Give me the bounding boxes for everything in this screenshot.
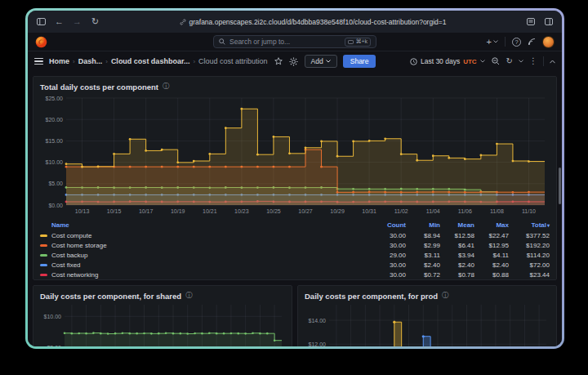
legend-value: $377.52 — [509, 232, 550, 239]
help-icon[interactable]: ? — [512, 38, 521, 47]
search-input[interactable]: Search or jump to... ⌘+k — [213, 35, 376, 48]
reader-icon[interactable] — [525, 16, 536, 27]
star-icon[interactable] — [274, 56, 283, 66]
legend-row: Cost backup29.00$3.11$3.94$4.11$114.20 — [40, 250, 550, 260]
breadcrumb-home[interactable]: Home — [49, 57, 69, 65]
legend-value: $12.95 — [474, 242, 509, 249]
legend-value: $23.44 — [509, 271, 550, 279]
zoom-out-icon[interactable] — [491, 56, 501, 66]
legend-value: $72.00 — [509, 261, 550, 269]
series-name[interactable]: Cost fixed — [51, 261, 81, 269]
reload-icon[interactable]: ↻ — [90, 16, 100, 27]
legend-value: $4.11 — [474, 252, 509, 259]
legend-col-header[interactable]: Count — [372, 221, 406, 229]
legend-rows: Cost compute30.00$8.94$12.58$22.47$377.5… — [40, 230, 550, 279]
menu-icon[interactable] — [34, 58, 43, 65]
legend-value: $0.88 — [474, 271, 509, 279]
svg-text:$10.00: $10.00 — [44, 314, 62, 319]
time-series-chart[interactable]: $10.00$8.00 — [40, 302, 285, 346]
legend-value: $3.94 — [440, 252, 474, 259]
legend-row: Cost home storage30.00$2.99$6.41$12.95$1… — [40, 240, 550, 250]
series-name[interactable]: Cost backup — [51, 252, 87, 259]
svg-text:$5.00: $5.00 — [48, 181, 63, 186]
back-icon[interactable]: ← — [54, 16, 65, 27]
dashboard-canvas: Total daily costs per component ⓘ 10/131… — [28, 71, 562, 346]
dashboard-scrollbar[interactable] — [559, 167, 561, 204]
grafana-logo-icon[interactable] — [35, 36, 47, 48]
new-menu-button[interactable]: + — [487, 37, 498, 47]
series-color-swatch — [40, 254, 47, 257]
collapse-chevron-up-icon[interactable] — [550, 60, 555, 64]
series-name[interactable]: Cost compute — [51, 232, 91, 239]
info-icon[interactable]: ⓘ — [185, 291, 193, 301]
dashboard-toolbar: Home › Dash... › Cloud cost dashboar... … — [28, 51, 562, 71]
svg-text:$10.00: $10.00 — [46, 159, 64, 165]
svg-text:11/06: 11/06 — [458, 208, 472, 214]
legend-value: $0.78 — [440, 271, 474, 279]
legend-col-header[interactable]: Total▾ — [509, 221, 550, 229]
legend-value: 30.00 — [372, 232, 406, 239]
legend-col-header[interactable]: Max — [474, 221, 509, 229]
legend-col-header[interactable]: Name — [40, 221, 372, 229]
legend-value: 29.00 — [372, 252, 406, 259]
add-button[interactable]: Add — [305, 55, 337, 68]
legend-row: Cost compute30.00$8.94$12.58$22.47$377.5… — [40, 230, 550, 240]
time-series-chart[interactable]: $14.00$12.00 — [305, 302, 550, 346]
forward-icon[interactable]: → — [72, 16, 82, 27]
panel-header[interactable]: Total daily costs per component ⓘ — [40, 80, 550, 93]
time-range-picker[interactable]: Last 30 days UTC — [410, 57, 485, 65]
sort-desc-icon: ▾ — [547, 223, 550, 228]
url-text: grafana.openscapes.2i2c.cloud/d/b4dbba93… — [189, 18, 447, 26]
refresh-icon[interactable]: ↻ — [506, 57, 513, 65]
legend-col-header[interactable]: Min — [406, 221, 440, 229]
series-color-swatch — [40, 274, 47, 276]
svg-text:10/21: 10/21 — [203, 208, 217, 214]
refresh-interval-chevron-icon[interactable] — [519, 60, 523, 63]
plus-icon: + — [487, 37, 492, 47]
svg-text:10/25: 10/25 — [266, 208, 281, 214]
legend-col-header[interactable]: Mean — [440, 221, 474, 229]
svg-text:$20.00: $20.00 — [46, 117, 64, 123]
legend-value: $6.41 — [440, 242, 474, 249]
link-icon — [180, 19, 186, 25]
info-icon[interactable]: ⓘ — [163, 82, 170, 92]
news-icon[interactable] — [528, 34, 536, 49]
chevron-down-icon — [326, 60, 331, 63]
svg-text:10/27: 10/27 — [298, 208, 313, 214]
timezone-label: UTC — [463, 58, 476, 65]
breadcrumb: Home › Dash... › Cloud cost dashboar... … — [49, 57, 268, 65]
svg-text:$0.00: $0.00 — [48, 203, 63, 208]
address-bar[interactable]: grafana.openscapes.2i2c.cloud/d/b4dbba93… — [108, 18, 518, 26]
legend-row: Cost fixed30.00$2.40$2.40$2.40$72.00 — [40, 260, 550, 270]
panel-header[interactable]: Daily costs per component, for prod ⓘ — [305, 289, 550, 302]
series-name[interactable]: Cost home storage — [51, 242, 107, 249]
user-avatar[interactable] — [542, 36, 555, 48]
legend-value: $22.47 — [474, 232, 509, 239]
svg-text:11/10: 11/10 — [522, 208, 536, 214]
search-icon — [219, 38, 225, 45]
sidebar-icon[interactable] — [36, 16, 47, 27]
desktop-background: ← → ↻ grafana.openscapes.2i2c.cloud/d/b4… — [0, 0, 588, 375]
series-name[interactable]: Cost networking — [51, 271, 98, 279]
svg-text:11/08: 11/08 — [490, 208, 504, 214]
breadcrumb-dashboards[interactable]: Dash... — [78, 57, 103, 65]
legend-value: $0.72 — [406, 271, 440, 279]
svg-text:10/29: 10/29 — [330, 208, 345, 214]
search-shortcut-badge: ⌘+k — [345, 38, 371, 47]
grafana-top-nav: Search or jump to... ⌘+k + ? — [28, 33, 562, 51]
series-color-swatch — [40, 264, 47, 266]
time-series-chart[interactable]: 10/1310/1510/1710/1910/2110/2310/2510/27… — [40, 93, 550, 216]
share-button[interactable]: Share — [343, 55, 376, 68]
legend-value: $114.20 — [509, 252, 550, 259]
panel-header[interactable]: Daily costs per component, for shared ⓘ — [40, 289, 285, 302]
svg-text:11/02: 11/02 — [394, 208, 408, 214]
info-icon[interactable]: ⓘ — [442, 291, 449, 301]
tabs-icon[interactable] — [543, 16, 554, 27]
settings-gear-icon[interactable] — [289, 56, 299, 66]
breadcrumb-folder[interactable]: Cloud cost dashboar... — [111, 57, 190, 65]
svg-text:$12.00: $12.00 — [309, 342, 327, 346]
chevron-down-icon — [480, 60, 485, 63]
kebab-menu-icon[interactable]: ⋮ — [529, 57, 537, 65]
svg-text:10/23: 10/23 — [234, 208, 249, 214]
legend-table: NameCountMinMeanMaxTotal▾ Cost compute30… — [40, 220, 550, 279]
